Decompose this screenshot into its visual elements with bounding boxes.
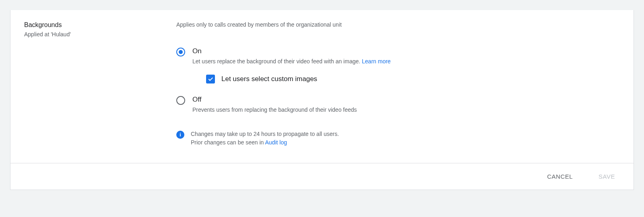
info-text: Changes may take up to 24 hours to propa… (191, 130, 339, 147)
radio-off[interactable] (176, 96, 185, 105)
radio-off-label: Off (192, 96, 357, 104)
section-title: Backgrounds (24, 21, 176, 29)
radio-on[interactable] (176, 48, 185, 56)
info-row: i Changes may take up to 24 hours to pro… (176, 130, 620, 147)
info-line2-prefix: Prior changes can be seen in (191, 139, 265, 146)
info-icon: i (176, 131, 184, 139)
right-column: Applies only to calls created by members… (176, 21, 620, 147)
info-line1: Changes may take up to 24 hours to propa… (191, 130, 339, 138)
radio-off-description: Prevents users from replacing the backgr… (192, 106, 357, 114)
save-button[interactable]: SAVE (594, 170, 620, 183)
check-icon (207, 76, 214, 82)
radio-option-off: Off Prevents users from replacing the ba… (176, 96, 620, 114)
custom-images-checkbox[interactable] (206, 75, 215, 83)
checkbox-row: Let users select custom images (206, 75, 620, 83)
radio-option-on: On Let users replace the background of t… (176, 47, 620, 83)
info-line2: Prior changes can be seen in Audit log (191, 138, 339, 147)
cancel-button[interactable]: CANCEL (542, 170, 578, 183)
settings-card: Backgrounds Applied at 'Hulaud' Applies … (10, 10, 634, 190)
applied-at-label: Applied at 'Hulaud' (24, 31, 176, 38)
scope-description: Applies only to calls created by members… (176, 21, 620, 28)
radio-on-label: On (192, 47, 391, 55)
audit-log-link[interactable]: Audit log (265, 139, 287, 146)
radio-on-description: Let users replace the background of thei… (192, 58, 391, 66)
learn-more-link[interactable]: Learn more (362, 58, 391, 65)
custom-images-label: Let users select custom images (221, 75, 317, 83)
card-footer: CANCEL SAVE (10, 163, 634, 190)
left-column: Backgrounds Applied at 'Hulaud' (24, 21, 176, 147)
radio-on-desc-text: Let users replace the background of thei… (192, 58, 362, 65)
card-body: Backgrounds Applied at 'Hulaud' Applies … (10, 10, 634, 163)
